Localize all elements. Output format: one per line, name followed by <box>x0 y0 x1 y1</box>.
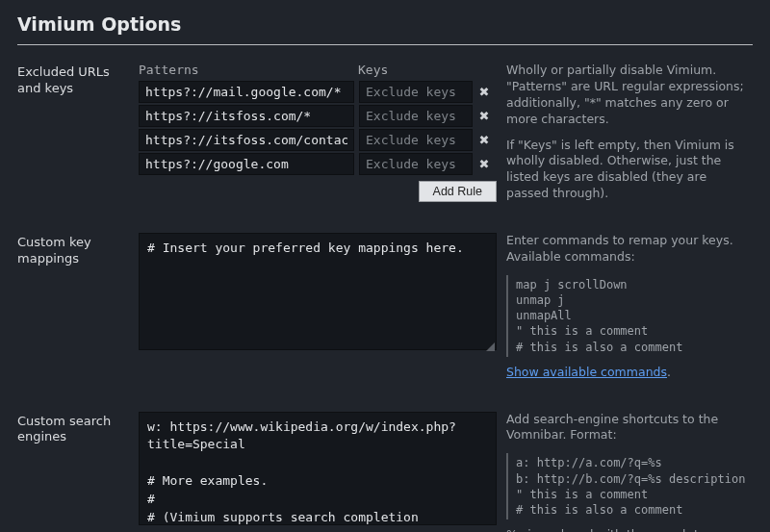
title-divider <box>17 44 753 45</box>
excluded-help: Wholly or partially disable Vimium. "Pat… <box>506 63 753 212</box>
search-label: Custom search engines <box>17 412 129 446</box>
pattern-input[interactable] <box>139 81 354 103</box>
delete-row-icon[interactable]: ✖ <box>477 109 491 123</box>
pattern-input[interactable] <box>139 105 354 127</box>
excluded-header: Patterns Keys <box>139 63 497 77</box>
excluded-row: ✖ <box>139 153 497 175</box>
header-patterns: Patterns <box>139 63 358 77</box>
delete-row-icon[interactable]: ✖ <box>477 133 491 147</box>
section-excluded-urls: Excluded URLs and keys Patterns Keys ✖ ✖… <box>17 63 753 212</box>
search-help-code: a: http://a.com/?q=%s b: http://b.com/?q… <box>506 453 753 519</box>
search-help-tail1: %s is replaced with the search terms. <box>506 527 753 532</box>
mappings-help: Enter commands to remap your keys. Avail… <box>506 233 753 391</box>
excluded-help-p2: If "Keys" is left empty, then Vimium is … <box>506 138 753 203</box>
mappings-help-code: map j scrollDown unmap j unmapAll " this… <box>506 275 753 357</box>
excluded-row: ✖ <box>139 81 497 103</box>
excluded-label: Excluded URLs and keys <box>17 63 129 97</box>
header-keys: Keys <box>358 63 497 77</box>
section-key-mappings: Custom key mappings Enter commands to re… <box>17 233 753 391</box>
pattern-input[interactable] <box>139 153 354 175</box>
keys-input[interactable] <box>359 105 473 127</box>
search-help-intro: Add search-engine shortcuts to the Vomni… <box>506 412 753 444</box>
mappings-help-intro: Enter commands to remap your keys. Avail… <box>506 233 753 266</box>
excluded-row: ✖ <box>139 105 497 127</box>
search-textarea[interactable] <box>139 412 497 525</box>
delete-row-icon[interactable]: ✖ <box>477 157 491 171</box>
page-title: Vimium Options <box>17 13 753 44</box>
excluded-help-p1: Wholly or partially disable Vimium. "Pat… <box>506 63 753 128</box>
keys-input[interactable] <box>359 81 473 103</box>
search-help: Add search-engine shortcuts to the Vomni… <box>506 412 753 532</box>
delete-row-icon[interactable]: ✖ <box>477 85 491 99</box>
show-commands-link[interactable]: Show available commands <box>506 365 667 379</box>
section-search-engines: Custom search engines Add search-engine … <box>17 412 753 532</box>
mappings-label: Custom key mappings <box>17 233 129 267</box>
keys-input[interactable] <box>359 129 473 151</box>
keys-input[interactable] <box>359 153 473 175</box>
pattern-input[interactable] <box>139 129 354 151</box>
excluded-row: ✖ <box>139 129 497 151</box>
mappings-textarea[interactable] <box>139 233 497 350</box>
add-rule-button[interactable]: Add Rule <box>419 181 497 202</box>
